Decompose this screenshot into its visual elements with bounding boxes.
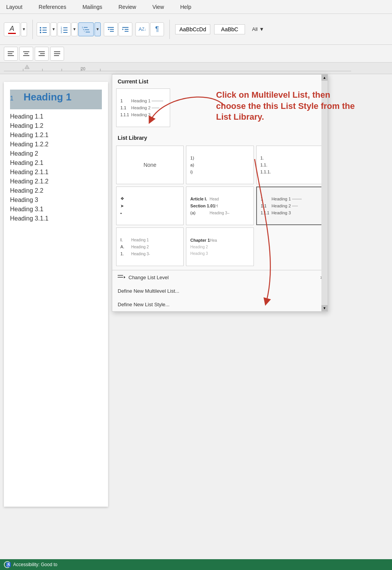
library-roman[interactable]: I. Heading 1 A. Heading 2 1. Heading 3- — [116, 227, 184, 266]
lib-ch-0: Chapter 1 Hea — [190, 238, 217, 243]
current-line-0: 1 Heading 1 — [120, 98, 163, 103]
sep1 — [32, 20, 33, 39]
doc-item-4: Heading 2 — [10, 150, 102, 157]
define-new-multilevel-item[interactable]: Define New Multilevel List... — [112, 284, 328, 298]
doc-item-6: Heading 2.1.1 — [10, 169, 102, 176]
define-new-style-label: Define New List Style... — [118, 302, 169, 307]
ribbon-row1: A ▼ ▼ 1 2 3 — [0, 14, 392, 45]
doc-content: 1 Heading 1 Heading 1.1 Heading 1.2 Head… — [4, 82, 108, 507]
lib-paren-2: i) — [190, 170, 202, 174]
lib-dot-0: 1. — [260, 156, 272, 160]
document-panel: 1 Heading 1 Heading 1.1 Heading 1.2 Head… — [0, 74, 112, 570]
sort-btn[interactable]: AZ↓ — [135, 22, 149, 36]
multilevel-list-btn[interactable]: 1 a i — [78, 22, 94, 36]
lib-rom-0: I. Heading 1 — [120, 238, 150, 242]
bullet-list-dropdown[interactable]: ▼ — [51, 22, 57, 36]
heading1-text: Heading 1 — [24, 91, 71, 103]
library-none[interactable]: None — [116, 146, 184, 184]
annotation-container: Click on Multilevel List, then choose th… — [216, 90, 355, 123]
decrease-indent-btn[interactable] — [104, 22, 118, 36]
styles-group: AaBbCcDd AaBbC — [174, 24, 247, 34]
current-list-box[interactable]: 1 Heading 1 1.1 Heading 2 1.1.1 Heading … — [116, 88, 170, 127]
style-normal[interactable]: AaBbCcDd — [175, 24, 210, 34]
numbered-list-dropdown[interactable]: ▼ — [71, 22, 78, 36]
main-area: 1 Heading 1 Heading 1.1 Heading 1.2 Head… — [0, 74, 392, 570]
menu-bar: Layout References Mailings Review View H… — [0, 0, 392, 14]
doc-item-8: Heading 2.2 — [10, 187, 102, 194]
library-dot[interactable]: 1. 1.1. 1.1.1. — [256, 146, 324, 184]
doc-item-5: Heading 2.1 — [10, 159, 102, 166]
font-dropdown-btn[interactable]: ▼ — [21, 22, 27, 36]
ruler: 20 — [0, 63, 392, 74]
doc-item-10: Heading 3.1 — [10, 206, 102, 213]
numbered-list-btn[interactable]: 1 2 3 — [57, 22, 71, 36]
svg-marker-25 — [122, 29, 124, 30]
lib-sel-0: 1 Heading 1 — [261, 197, 302, 201]
lib-art-1: Section 1.01 H — [190, 204, 218, 208]
svg-text:♿: ♿ — [6, 562, 11, 567]
lib-ch-2: Heading 3 — [190, 251, 218, 256]
sep2 — [169, 20, 170, 39]
svg-marker-21 — [108, 29, 109, 30]
scroll-down-btn[interactable]: ▼ — [321, 305, 328, 311]
none-label: None — [144, 162, 156, 168]
doc-item-3: Heading 1.2.2 — [10, 141, 102, 148]
menu-help[interactable]: Help — [178, 2, 194, 12]
bottom-menu: Change List Level › Define New Multileve… — [112, 270, 328, 311]
lib-art-0: Article I. Head — [190, 197, 219, 201]
library-paren[interactable]: 1) a) i) — [186, 146, 253, 184]
svg-point-2 — [40, 29, 41, 31]
lib-art-2: (a) Heading 3– — [190, 210, 229, 215]
menu-view[interactable]: View — [150, 2, 166, 12]
svg-marker-49 — [124, 276, 125, 278]
current-line-2: 1.1.1 Heading 3 — [120, 112, 150, 117]
font-a-btn[interactable]: A — [4, 22, 20, 36]
change-list-level-item[interactable]: Change List Level › — [112, 270, 328, 284]
lib-paren-1: a) — [190, 163, 202, 167]
lib-dot-2: 1.1.1. — [260, 170, 272, 174]
lib-paren-0: 1) — [190, 156, 202, 160]
ribbon-row2 — [0, 45, 392, 63]
list-library-grid: None 1) a) i) 1. — [112, 143, 328, 270]
indent-group — [104, 22, 132, 36]
lib-bullet-1: ➤ — [120, 204, 132, 209]
svg-point-4 — [40, 32, 41, 33]
increase-indent-btn[interactable] — [118, 22, 132, 36]
menu-mailings[interactable]: Mailings — [80, 2, 105, 12]
current-list-label: Current List — [112, 75, 328, 87]
library-article[interactable]: Article I. Head Section 1.01 H (a) Headi… — [186, 187, 253, 225]
svg-text:3: 3 — [61, 31, 62, 34]
list-group: ▼ 1 2 3 ▼ 1 a i ▼ — [37, 22, 101, 36]
style-heading[interactable]: AaBbC — [214, 24, 245, 34]
list-library-label: List Library — [112, 131, 328, 143]
doc-item-9: Heading 3 — [10, 197, 102, 204]
library-chapter[interactable]: Chapter 1 Hea Heading 2 Heading 3 — [186, 227, 253, 266]
lib-bullet-2: ▪ — [120, 211, 132, 215]
align-left-btn[interactable] — [4, 47, 18, 61]
sort-group: AZ↓ ¶ — [135, 22, 164, 36]
doc-item-11: Heading 3.1.1 — [10, 215, 102, 222]
change-list-level-label: Change List Level — [128, 275, 169, 280]
lib-rom-2: 1. Heading 3- — [120, 251, 150, 256]
styles-all-dropdown[interactable]: All ▼ — [252, 26, 264, 32]
menu-layout[interactable]: Layout — [4, 2, 25, 12]
scroll-up-btn[interactable]: ▲ — [321, 75, 328, 81]
menu-review[interactable]: Review — [116, 2, 139, 12]
current-line-1: 1.1 Heading 2 — [120, 105, 159, 110]
svg-point-0 — [40, 27, 41, 29]
lib-rom-1: A. Heading 2 — [120, 244, 150, 249]
define-new-multilevel-label: Define New Multilevel List... — [118, 288, 179, 294]
menu-references[interactable]: References — [36, 2, 69, 12]
multilevel-list-dropdown[interactable]: ▼ — [95, 22, 101, 36]
define-new-style-item[interactable]: Define New List Style... — [112, 298, 328, 311]
align-right-btn[interactable] — [35, 47, 49, 61]
doc-item-7: Heading 2.1.2 — [10, 178, 102, 185]
align-center-btn[interactable] — [19, 47, 33, 61]
library-bullet[interactable]: ❖ ➤ ▪ — [116, 187, 184, 225]
accessibility-status: Accessibility: Good to — [13, 562, 57, 567]
heading1-num: 1 — [10, 95, 14, 102]
justify-btn[interactable] — [50, 47, 64, 61]
paragraph-mark-btn[interactable]: ¶ — [150, 22, 164, 36]
bullet-list-btn[interactable] — [37, 22, 50, 36]
library-heading-selected[interactable]: 1 Heading 1 1.1 Heading 2 1.1.1 Heading … — [256, 187, 324, 225]
